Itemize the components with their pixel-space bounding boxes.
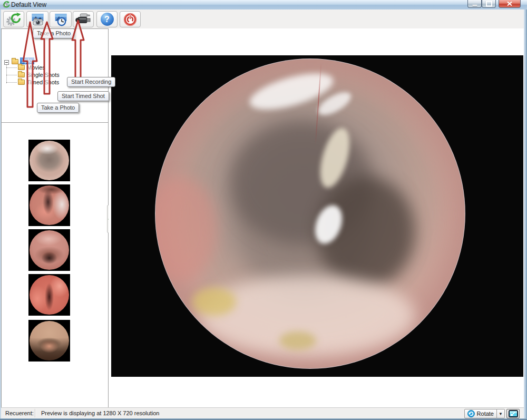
status-separator	[35, 409, 35, 417]
record-button[interactable]	[73, 11, 94, 27]
timed-shot-button[interactable]	[50, 11, 72, 27]
exit-button[interactable]	[120, 11, 141, 27]
fullscreen-button[interactable]	[506, 409, 520, 418]
tree-root-label: xplo	[20, 57, 34, 64]
folder-icon	[18, 72, 25, 77]
membrane-shading	[279, 331, 316, 350]
thumbnail-vocal-cords[interactable]	[28, 229, 70, 271]
tree-root-item[interactable]: xplo	[20, 57, 34, 64]
app-logo-icon	[2, 1, 9, 8]
eardrum-otoscopy-image	[155, 58, 465, 369]
rotate-label: Rotate	[477, 411, 494, 417]
thumbnail-image	[30, 321, 69, 360]
fullscreen-icon	[509, 410, 518, 417]
rotate-controls: Rotate ▼	[464, 409, 520, 418]
chevron-down-icon: ▼	[499, 412, 503, 416]
minimize-icon	[472, 5, 477, 6]
tree-line	[6, 67, 17, 68]
window-border	[524, 9, 527, 420]
thumbnail-image	[30, 141, 69, 180]
window-title: Default View	[11, 1, 46, 8]
thumbnail-nasal[interactable]	[28, 184, 70, 226]
membrane-shading	[155, 177, 217, 282]
callout-start-timed-shot: Start Timed Shot	[57, 91, 109, 101]
folder-icon	[18, 80, 25, 85]
status-bar: Recuerent: Preview is displaying at 1280…	[1, 407, 524, 419]
power-icon	[123, 13, 137, 26]
help-button[interactable]: ?	[96, 11, 118, 27]
main-toolbar: ?	[1, 9, 524, 29]
rotate-dropdown-button[interactable]: ▼	[497, 409, 505, 418]
rotate-button[interactable]: Rotate	[464, 409, 497, 418]
thumbnail-nasal-red[interactable]	[28, 274, 70, 316]
callout-start-recording: Start Recording	[67, 77, 115, 87]
thumbnail-image	[30, 275, 69, 315]
settings-refresh-button[interactable]	[3, 11, 24, 27]
status-message: Preview is displaying at 1280 X 720 reso…	[41, 410, 159, 416]
gear-refresh-icon	[6, 13, 21, 26]
title-bar: Default View	[0, 0, 527, 10]
close-icon	[507, 2, 512, 6]
tree-line	[6, 82, 17, 83]
window-border	[0, 9, 1, 420]
thumbnail-throat[interactable]	[28, 320, 70, 362]
take-photo-button[interactable]	[26, 11, 48, 27]
membrane-shading	[192, 288, 236, 316]
help-icon: ?	[101, 13, 114, 26]
maximize-icon	[486, 1, 492, 7]
callout-take-a-photo: Take a Photo	[37, 103, 79, 113]
thumbnail-list-panel	[1, 123, 109, 408]
photo-clock-icon	[53, 13, 69, 26]
sidebar-item-single-shots[interactable]: Single Shots	[27, 72, 60, 78]
close-button[interactable]	[499, 0, 521, 8]
app-window: Default View	[0, 0, 527, 420]
sidebar-item-movies[interactable]: Movies	[27, 64, 45, 71]
maximize-button[interactable]	[482, 0, 496, 8]
video-preview-frame	[111, 55, 523, 377]
minimize-button[interactable]	[467, 0, 482, 8]
video-camera-icon	[75, 13, 91, 26]
folder-icon	[18, 65, 25, 70]
rotate-icon	[467, 410, 475, 417]
thumbnail-image	[30, 185, 69, 225]
sidebar-item-timed-shots[interactable]: Timed Shots	[27, 79, 59, 85]
thumbnail-image	[30, 230, 69, 270]
photo-camera-icon	[30, 13, 45, 26]
tooltip-take-a-photo: Take a Photo	[33, 28, 75, 38]
root-folder-icon	[12, 59, 18, 64]
tree-line	[6, 75, 17, 75]
status-left-label: Recuerent:	[5, 410, 34, 416]
thumbnail-eardrum[interactable]	[28, 140, 70, 181]
